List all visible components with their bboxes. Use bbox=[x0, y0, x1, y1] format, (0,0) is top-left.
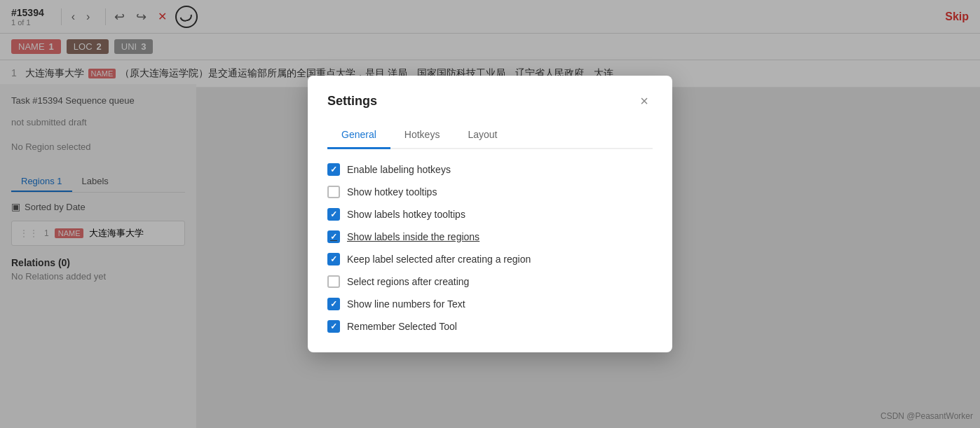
setting-label-show-labels-hotkey-tooltips: Show labels hotkey tooltips bbox=[347, 209, 465, 220]
checkmark-icon: ✓ bbox=[330, 322, 337, 331]
modal-title: Settings bbox=[327, 94, 377, 109]
tab-layout[interactable]: Layout bbox=[454, 123, 511, 149]
modal-close-button[interactable]: × bbox=[636, 92, 653, 109]
setting-show-hotkey-tooltips: Show hotkey tooltips bbox=[327, 186, 653, 198]
setting-label-show-labels-inside-regions: Show labels inside the regions bbox=[347, 231, 479, 242]
checkbox-select-regions-after-creating[interactable] bbox=[327, 275, 340, 288]
setting-select-regions-after-creating: Select regions after creating bbox=[327, 275, 653, 288]
tab-general[interactable]: General bbox=[327, 123, 390, 149]
setting-label-show-hotkey-tooltips: Show hotkey tooltips bbox=[347, 186, 437, 198]
settings-modal: Settings × General Hotkeys Layout ✓ Enab… bbox=[308, 76, 672, 352]
checkmark-icon: ✓ bbox=[330, 210, 337, 219]
checkbox-show-hotkey-tooltips[interactable] bbox=[327, 186, 340, 198]
setting-label-keep-label-selected: Keep label selected after creating a reg… bbox=[347, 254, 531, 265]
checkbox-show-labels-hotkey-tooltips[interactable]: ✓ bbox=[327, 208, 340, 221]
setting-label-select-regions-after-creating: Select regions after creating bbox=[347, 276, 469, 287]
setting-keep-label-selected: ✓ Keep label selected after creating a r… bbox=[327, 253, 653, 265]
checkbox-show-labels-inside-regions[interactable]: ✓ bbox=[327, 230, 340, 243]
checkbox-enable-labeling-hotkeys[interactable]: ✓ bbox=[327, 163, 340, 176]
checkbox-keep-label-selected[interactable]: ✓ bbox=[327, 253, 340, 265]
setting-remember-selected-tool: ✓ Remember Selected Tool bbox=[327, 320, 653, 333]
checkmark-icon: ✓ bbox=[330, 300, 337, 308]
settings-content: ✓ Enable labeling hotkeys Show hotkey to… bbox=[327, 163, 653, 333]
checkmark-icon: ✓ bbox=[330, 165, 337, 174]
modal-tabs: General Hotkeys Layout bbox=[327, 123, 653, 149]
checkbox-show-line-numbers[interactable]: ✓ bbox=[327, 298, 340, 310]
setting-show-labels-inside-regions: ✓ Show labels inside the regions bbox=[327, 230, 653, 243]
modal-header: Settings × bbox=[327, 92, 653, 109]
setting-label-remember-selected-tool: Remember Selected Tool bbox=[347, 321, 457, 332]
tab-hotkeys[interactable]: Hotkeys bbox=[390, 123, 454, 149]
setting-show-line-numbers: ✓ Show line numbers for Text bbox=[327, 298, 653, 310]
checkmark-icon: ✓ bbox=[330, 255, 337, 263]
setting-enable-labeling-hotkeys: ✓ Enable labeling hotkeys bbox=[327, 163, 653, 176]
checkmark-icon: ✓ bbox=[330, 233, 337, 241]
modal-overlay: Settings × General Hotkeys Layout ✓ Enab… bbox=[0, 0, 980, 428]
checkbox-remember-selected-tool[interactable]: ✓ bbox=[327, 320, 340, 333]
setting-label-show-line-numbers: Show line numbers for Text bbox=[347, 298, 465, 310]
setting-show-labels-hotkey-tooltips: ✓ Show labels hotkey tooltips bbox=[327, 208, 653, 221]
setting-label-enable-labeling-hotkeys: Enable labeling hotkeys bbox=[347, 164, 451, 175]
